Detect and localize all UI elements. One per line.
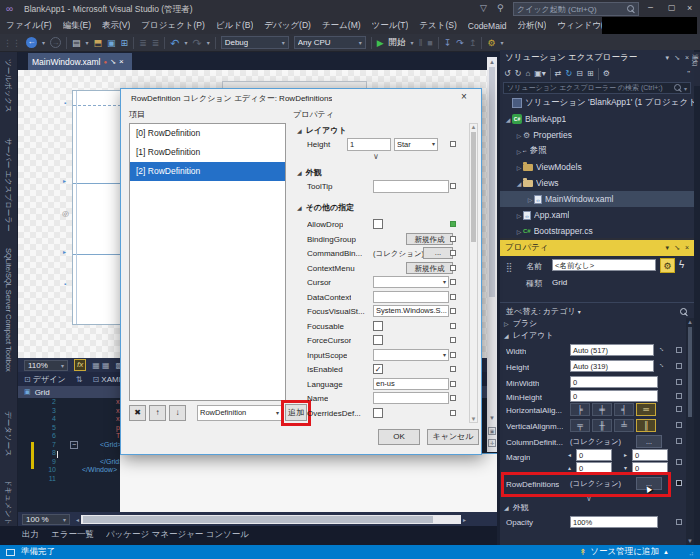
input-minheight[interactable]: 0: [570, 390, 658, 402]
expander-icon[interactable]: ▷: [515, 148, 523, 155]
properties-vscrollbar[interactable]: ▲ ▼: [686, 318, 694, 545]
property-marker[interactable]: [450, 265, 456, 271]
pan-button[interactable]: ✛: [488, 439, 496, 447]
textbox-Language[interactable]: en-us: [373, 378, 449, 390]
add-to-source-control-button[interactable]: ↟ ソース管理に追加 ▲: [579, 546, 669, 558]
effects-fx-button[interactable]: fx: [74, 359, 86, 371]
scroll-up-icon[interactable]: ▲: [470, 124, 477, 130]
platform-combo[interactable]: Any CPU▾: [294, 36, 366, 49]
editor-zoom-combo[interactable]: 100 %▾: [22, 514, 70, 525]
scroll-thumb[interactable]: [489, 67, 495, 297]
property-marker[interactable]: [450, 236, 456, 242]
close-icon[interactable]: ×: [685, 244, 689, 252]
redo-button[interactable]: ↷: [192, 34, 201, 52]
category-brush[interactable]: ▷ブラシ: [500, 318, 686, 329]
property-marker[interactable]: [450, 323, 456, 329]
expander-icon[interactable]: ▷: [515, 132, 523, 139]
property-marker[interactable]: [450, 183, 456, 189]
category-appearance[interactable]: ◢外観: [297, 167, 322, 178]
property-marker[interactable]: [450, 141, 456, 147]
scroll-down-icon[interactable]: ▼: [470, 416, 477, 422]
tree-item--[interactable]: ▷▪▫参照: [500, 143, 694, 159]
property-marker[interactable]: [676, 438, 682, 444]
property-marker[interactable]: [450, 279, 456, 285]
bottom-tab-1[interactable]: エラー一覧: [51, 529, 94, 541]
category-layout[interactable]: ◢レイアウト: [500, 330, 686, 341]
scroll-thumb[interactable]: [83, 516, 433, 523]
scroll-down-icon[interactable]: ▼: [686, 538, 694, 544]
category-misc[interactable]: ◢その他の指定: [297, 202, 354, 213]
property-marker[interactable]: [450, 352, 456, 358]
align-button-2[interactable]: ╡: [614, 403, 634, 416]
back-icon[interactable]: ↺: [504, 69, 511, 78]
scroll-right-icon[interactable]: ▸: [463, 516, 466, 523]
combo-Cursor[interactable]: ▾: [373, 276, 449, 288]
align-button-3[interactable]: ║: [636, 419, 656, 432]
tab-mainwindow-xaml[interactable]: MainWindow.xaml ● ⊸ ×: [28, 53, 132, 70]
tree-item--blankapp1-1-[interactable]: ソリューション 'BlankApp1' (1 プロジェクト): [500, 95, 694, 111]
new-instance-button[interactable]: 新規作成: [406, 233, 453, 245]
checkbox-IsEnabled[interactable]: ✓: [373, 364, 383, 374]
row-handle-icon[interactable]: ▸: [63, 248, 66, 255]
close-button[interactable]: ×: [687, 3, 692, 13]
input-height[interactable]: Auto (319): [570, 360, 654, 372]
maximize-button[interactable]: ▢: [668, 3, 676, 12]
menu-item-8[interactable]: テスト(S): [419, 20, 456, 32]
menu-item-3[interactable]: プロジェクト(P): [141, 20, 205, 32]
tree-item-properties[interactable]: ▷⚙Properties: [500, 127, 694, 143]
home-icon[interactable]: ⌂: [525, 69, 530, 78]
scroll-up-icon[interactable]: ▲: [487, 59, 497, 65]
tree-item-app-xaml[interactable]: ▷‹›App.xaml: [500, 207, 694, 223]
solution-search-input[interactable]: ソリューション エクスプローラー の検索 (Ctrl+;) ▾: [503, 82, 691, 94]
pause-icon[interactable]: ‖: [419, 34, 423, 52]
fold-collapse-icon[interactable]: −: [70, 441, 78, 449]
input-minwidth[interactable]: 0: [570, 376, 658, 388]
scroll-thumb[interactable]: [688, 327, 692, 417]
redo-dropdown-icon[interactable]: ▾: [207, 39, 210, 46]
save-all-button[interactable]: ⊞: [121, 34, 129, 52]
collapse-all-icon[interactable]: ⊟: [576, 69, 583, 78]
navigate-forward-button[interactable]: →: [50, 37, 61, 48]
open-collection-button-columndefinit[interactable]: ...: [636, 435, 662, 448]
feedback-icon[interactable]: ▽: [480, 3, 487, 13]
start-debug-button[interactable]: 開始: [389, 37, 406, 49]
bottom-tab-0[interactable]: 出力: [22, 529, 39, 541]
row-handle-icon[interactable]: ▪: [64, 100, 66, 106]
start-dropdown-icon[interactable]: ▾: [411, 39, 414, 46]
tool-tab-1[interactable]: サーバー エクスプローラー: [0, 134, 18, 240]
property-marker[interactable]: [450, 366, 456, 372]
menu-item-5[interactable]: デバッグ(D): [264, 20, 311, 32]
save-button[interactable]: ▣: [107, 34, 116, 52]
swap-panes-icon[interactable]: ⇅: [76, 375, 83, 384]
property-marker[interactable]: [676, 422, 682, 428]
menu-item-7[interactable]: ツール(T): [372, 20, 409, 32]
show-all-files-icon[interactable]: ⊞: [587, 69, 594, 78]
property-marker[interactable]: [676, 393, 682, 399]
find-in-files-icon[interactable]: ⚙: [487, 34, 495, 52]
editor-hscrollbar[interactable]: [81, 515, 461, 524]
menu-item-4[interactable]: ビルド(B): [216, 20, 253, 32]
input-width[interactable]: Auto (517): [570, 344, 654, 356]
undo-dropdown-icon[interactable]: ▾: [184, 39, 187, 46]
dialog-vscrollbar[interactable]: ▲ ▼: [469, 123, 478, 423]
bottom-tab-2[interactable]: パッケージ マネージャー コンソール: [106, 529, 249, 541]
property-marker[interactable]: [450, 221, 456, 227]
camera-adorner-icon[interactable]: ◎: [62, 209, 69, 218]
scroll-up-icon[interactable]: ▲: [686, 319, 694, 325]
align-button-1[interactable]: ╪: [592, 403, 612, 416]
toolbar-overflow-icon[interactable]: ": [687, 69, 690, 78]
category-appearance[interactable]: ◢外観: [500, 502, 686, 513]
new-file-dropdown-icon[interactable]: ▾: [86, 39, 89, 46]
row-handle-icon[interactable]: ▸: [63, 177, 66, 184]
start-debug-icon[interactable]: ▶: [377, 34, 384, 52]
property-marker[interactable]: [676, 379, 682, 385]
window-position-icon[interactable]: ▾: [666, 54, 670, 62]
step-over-icon[interactable]: ↷: [456, 34, 464, 52]
quick-launch-input[interactable]: クイック起動 (Ctrl+Q): [513, 2, 639, 16]
property-marker[interactable]: [450, 308, 456, 314]
property-marker[interactable]: [676, 480, 682, 486]
property-marker[interactable]: [450, 337, 456, 343]
property-marker[interactable]: [676, 363, 682, 369]
stop-icon[interactable]: ■: [427, 34, 432, 52]
open-file-button[interactable]: ⬒: [94, 34, 103, 52]
